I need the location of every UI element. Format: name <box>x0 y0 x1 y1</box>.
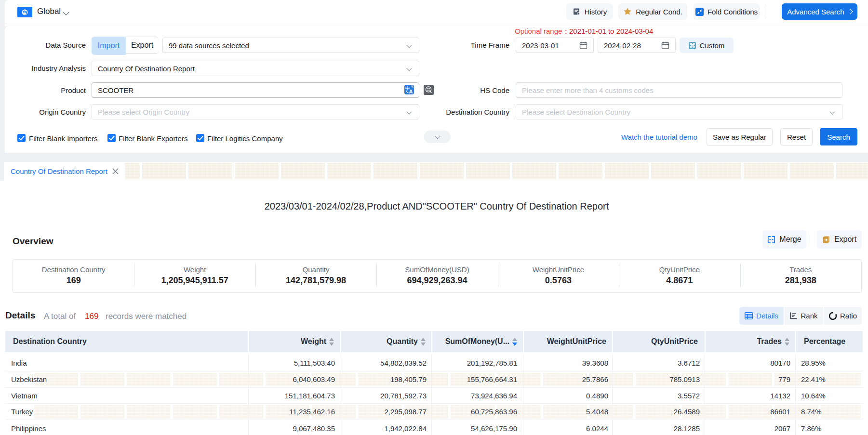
svg-text:A: A <box>409 89 413 94</box>
